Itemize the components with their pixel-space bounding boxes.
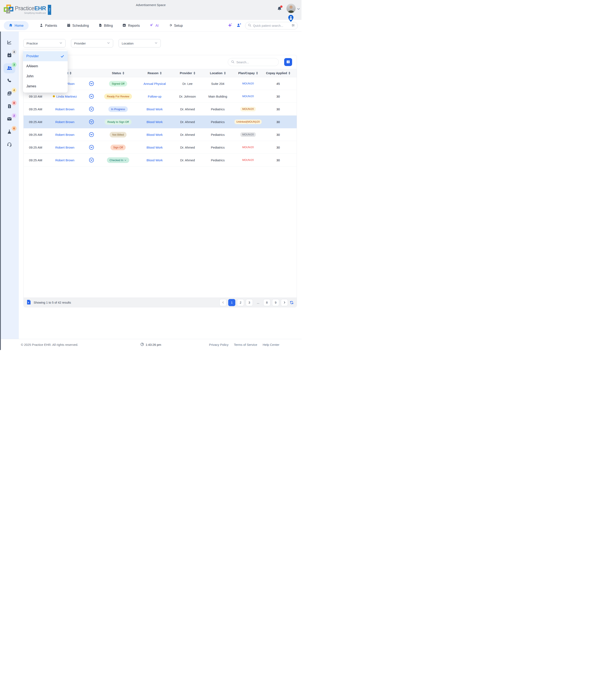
filter-sliders-icon[interactable] bbox=[291, 23, 295, 28]
refresh-icon[interactable] bbox=[290, 300, 294, 305]
table-row[interactable]: 09:25 AMRobert BrownNot BilledBlood Work… bbox=[24, 128, 297, 141]
appointment-time: 09:25 AM bbox=[26, 133, 46, 136]
next-page-button[interactable] bbox=[281, 299, 288, 306]
reason-link[interactable]: Annual Physical bbox=[137, 82, 172, 85]
provider-name: Dr. Johnson bbox=[172, 95, 203, 98]
provider-select[interactable]: Provider bbox=[71, 39, 113, 47]
table-row[interactable]: 09:25 AMRobert BrownSign OffBlood WorkDr… bbox=[24, 141, 297, 154]
expand-row-icon[interactable] bbox=[84, 94, 99, 99]
dropdown-option[interactable]: John bbox=[23, 71, 68, 81]
patient-link[interactable]: Robert Brown bbox=[46, 158, 84, 162]
avatar-chevron-down-icon[interactable] bbox=[297, 7, 300, 11]
nav-ai[interactable]: AI bbox=[149, 23, 158, 28]
columns-toggle-button[interactable] bbox=[284, 58, 292, 66]
nav-setup[interactable]: Setup bbox=[168, 23, 183, 28]
sidebar-item-analytics[interactable] bbox=[4, 38, 15, 48]
user-avatar[interactable] bbox=[286, 4, 296, 13]
left-scrollbar[interactable] bbox=[0, 31, 1, 350]
column-header[interactable]: Provider bbox=[172, 72, 203, 75]
table-row[interactable]: 09:25 AMRobert BrownChecked InBlood Work… bbox=[24, 154, 297, 167]
patient-link[interactable]: Robert Brown bbox=[46, 120, 84, 124]
add-patient-icon[interactable] bbox=[236, 23, 241, 28]
help-center-link[interactable]: Help Center bbox=[263, 343, 279, 346]
sort-icon[interactable] bbox=[224, 72, 226, 75]
page-button[interactable]: 8 bbox=[263, 299, 270, 306]
location-name: Pediatrics bbox=[203, 120, 232, 124]
expand-row-icon[interactable] bbox=[84, 106, 99, 112]
patient-link[interactable]: Robert Brown bbox=[46, 146, 84, 149]
sidebar-item-health-records[interactable]: 4 bbox=[4, 89, 15, 99]
sparkle-icon[interactable] bbox=[228, 23, 233, 29]
sidebar-item-support[interactable] bbox=[4, 140, 15, 150]
patient-link[interactable]: Robert Brown bbox=[46, 133, 84, 136]
location-name: Pediatrics bbox=[203, 133, 232, 136]
nav-billing[interactable]: $ Billing bbox=[99, 23, 113, 28]
location-select[interactable]: Location bbox=[119, 39, 161, 47]
column-header[interactable]: Location bbox=[203, 72, 232, 75]
column-header[interactable]: Status bbox=[99, 72, 137, 75]
status-badge[interactable]: Checked In bbox=[107, 157, 129, 163]
sort-icon[interactable] bbox=[289, 72, 290, 75]
gear-icon bbox=[168, 23, 172, 28]
reason-link[interactable]: Blood Work bbox=[137, 120, 172, 124]
pro-badge: Pro bbox=[48, 5, 51, 15]
column-header[interactable]: Reason bbox=[137, 72, 172, 75]
person-pin-icon[interactable] bbox=[288, 15, 294, 23]
chevron-down-icon bbox=[59, 41, 62, 45]
sort-icon[interactable] bbox=[123, 72, 124, 75]
phone-icon bbox=[7, 78, 12, 84]
nav-reports[interactable]: Reports bbox=[122, 23, 140, 28]
sort-icon[interactable] bbox=[70, 72, 72, 75]
expand-row-icon[interactable] bbox=[84, 157, 99, 163]
sidebar-item-billing[interactable]: $ 8 bbox=[4, 102, 15, 111]
page-button[interactable]: 9 bbox=[272, 299, 279, 306]
plan-copay[interactable]: MOUN/20 bbox=[240, 81, 256, 86]
table-row[interactable]: 09:25 AMRobert BrownIn ProgressBlood Wor… bbox=[24, 103, 297, 116]
reason-link[interactable]: Blood Work bbox=[137, 107, 172, 111]
column-header[interactable]: Copay Applied bbox=[264, 72, 292, 75]
nav-scheduling[interactable]: Scheduling bbox=[67, 23, 89, 28]
sort-icon[interactable] bbox=[256, 72, 258, 75]
svg-text:x: x bbox=[28, 301, 29, 304]
sidebar-item-appointments[interactable]: 4 bbox=[4, 51, 15, 60]
sort-icon[interactable] bbox=[193, 72, 195, 75]
expand-row-icon[interactable] bbox=[84, 81, 99, 86]
quick-search-input[interactable] bbox=[253, 24, 290, 27]
expand-row-icon[interactable] bbox=[84, 132, 99, 137]
location-name: Main Building bbox=[203, 95, 232, 98]
patient-link[interactable]: Robert Brown bbox=[46, 107, 84, 111]
expand-row-icon[interactable] bbox=[84, 145, 99, 150]
expand-row-icon[interactable] bbox=[84, 119, 99, 125]
prev-page-button[interactable] bbox=[219, 299, 227, 306]
page-button[interactable]: 2 bbox=[237, 299, 244, 306]
privacy-policy-link[interactable]: Privacy Policy bbox=[209, 343, 229, 346]
reason-link[interactable]: Blood Work bbox=[137, 158, 172, 162]
reason-link[interactable]: Follow-up bbox=[137, 95, 172, 98]
terms-of-service-link[interactable]: Terms of Service bbox=[234, 343, 257, 346]
location-name: Pediatrics bbox=[203, 158, 232, 162]
practice-select[interactable]: Practice bbox=[23, 39, 65, 47]
table-row[interactable]: 09:25 AMRobert BrownReady to Sign OffBlo… bbox=[24, 116, 297, 128]
sidebar-item-messages[interactable]: 2 bbox=[4, 114, 15, 124]
sidebar-item-labs[interactable]: 6 bbox=[4, 127, 15, 137]
reason-link[interactable]: Blood Work bbox=[137, 133, 172, 136]
dropdown-option[interactable]: AAleem bbox=[23, 61, 68, 71]
dropdown-option[interactable]: James bbox=[23, 81, 68, 91]
notifications-bell-icon[interactable] bbox=[277, 6, 282, 12]
notification-dot bbox=[280, 5, 283, 8]
provider-name: Dr. Lee bbox=[172, 82, 203, 85]
sidebar-item-calls[interactable] bbox=[4, 76, 15, 86]
plan-copay[interactable]: MOUN/20 bbox=[240, 94, 256, 99]
dropdown-option[interactable]: Provider bbox=[23, 51, 68, 61]
page-button[interactable]: 1 bbox=[228, 299, 235, 306]
column-header[interactable]: Plan/Copay bbox=[232, 72, 264, 75]
excel-export-icon[interactable]: x bbox=[27, 299, 31, 306]
page-button[interactable]: 3 bbox=[246, 299, 253, 306]
patient-link[interactable]: Linda Martinez bbox=[46, 95, 84, 98]
nav-home[interactable]: Home bbox=[4, 21, 29, 30]
reason-link[interactable]: Blood Work bbox=[137, 146, 172, 149]
sidebar-item-patients[interactable]: 3 bbox=[4, 63, 15, 73]
table-search-input[interactable] bbox=[236, 60, 276, 64]
sort-icon[interactable] bbox=[160, 72, 162, 75]
nav-patients[interactable]: Patients bbox=[40, 23, 57, 28]
